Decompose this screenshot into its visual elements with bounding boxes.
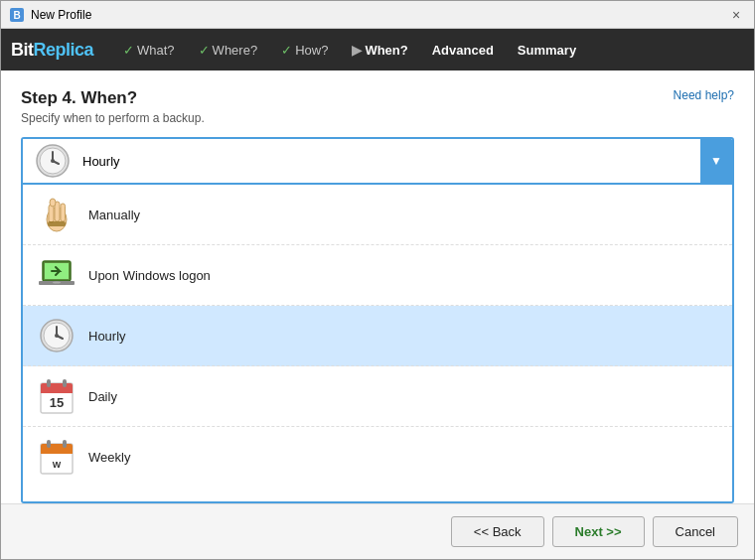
title-bar: B New Profile × <box>1 1 754 29</box>
brand-logo: BitReplica <box>11 40 93 61</box>
nav-label-how: How? <box>295 43 328 58</box>
nav-label-when: When? <box>365 43 407 58</box>
footer: << Back Next >> Cancel <box>1 503 754 559</box>
svg-rect-12 <box>48 221 66 226</box>
hand-icon <box>37 195 76 234</box>
dropdown-wrapper: Hourly ▼ <box>21 137 734 503</box>
svg-rect-32 <box>47 440 51 448</box>
svg-rect-8 <box>49 205 54 222</box>
dropdown-list: Manually <box>23 185 732 501</box>
nav-item-when[interactable]: ▶ When? <box>342 39 417 62</box>
nav-item-where[interactable]: ✓ Where? <box>189 39 268 62</box>
step-title: Step 4. When? <box>21 88 205 108</box>
step-header: Step 4. When? Specify when to perform a … <box>21 88 734 125</box>
brand-part2: Replica <box>34 40 94 60</box>
svg-rect-10 <box>61 204 66 221</box>
hourly-label: Hourly <box>88 329 126 344</box>
svg-rect-24 <box>41 389 73 393</box>
dropdown-chevron[interactable]: ▼ <box>700 139 732 183</box>
weekly-label: Weekly <box>88 450 130 465</box>
svg-rect-30 <box>41 450 73 454</box>
nav-items: ✓ What? ✓ Where? ✓ How? ▶ When? Advanced… <box>113 39 744 62</box>
next-button[interactable]: Next >> <box>552 516 645 547</box>
need-help-link[interactable]: Need help? <box>674 88 734 102</box>
dropdown-selected[interactable]: Hourly ▼ <box>23 139 732 185</box>
nav-label-advanced: Advanced <box>432 43 494 58</box>
content-area: Step 4. When? Specify when to perform a … <box>1 70 754 503</box>
svg-text:B: B <box>13 10 20 21</box>
dropdown-item-manually[interactable]: Manually <box>23 185 732 245</box>
svg-point-6 <box>51 159 55 163</box>
window-title: New Profile <box>31 8 726 22</box>
svg-rect-27 <box>63 379 67 387</box>
calendar-daily-icon: 15 <box>37 376 76 416</box>
nav-label-summary: Summary <box>518 43 576 58</box>
check-icon: ✓ <box>199 43 210 58</box>
svg-point-16 <box>53 282 61 284</box>
svg-rect-33 <box>63 440 67 448</box>
daily-label: Daily <box>88 389 117 404</box>
clock-icon <box>37 316 76 355</box>
calendar-weekly-icon: W <box>37 437 76 477</box>
dropdown-item-hourly[interactable]: Hourly <box>23 306 732 366</box>
svg-rect-26 <box>47 379 51 387</box>
nav-label-what: What? <box>137 43 175 58</box>
check-icon: ✓ <box>123 43 134 58</box>
nav-item-how[interactable]: ✓ How? <box>271 39 338 62</box>
cancel-button[interactable]: Cancel <box>653 516 738 547</box>
dropdown-selected-label: Hourly <box>82 154 120 169</box>
dropdown-item-windows-logon[interactable]: Upon Windows logon <box>23 245 732 306</box>
svg-text:15: 15 <box>50 395 64 410</box>
laptop-icon <box>37 255 76 295</box>
manually-label: Manually <box>88 208 140 222</box>
check-icon: ✓ <box>281 43 292 58</box>
nav-item-advanced[interactable]: Advanced <box>422 39 504 62</box>
nav-bar: BitReplica ✓ What? ✓ Where? ✓ How? ▶ Whe… <box>1 29 754 70</box>
nav-item-what[interactable]: ✓ What? <box>113 39 185 62</box>
close-button[interactable]: × <box>726 5 746 25</box>
dropdown-item-daily[interactable]: 15 Daily <box>23 366 732 427</box>
windows-logon-label: Upon Windows logon <box>88 268 211 283</box>
window: B New Profile × BitReplica ✓ What? ✓ Whe… <box>0 0 755 560</box>
svg-point-11 <box>50 199 56 207</box>
svg-point-21 <box>55 334 59 338</box>
app-icon: B <box>9 7 25 23</box>
back-button[interactable]: << Back <box>451 516 544 547</box>
nav-label-where: Where? <box>213 43 258 58</box>
step-info: Step 4. When? Specify when to perform a … <box>21 88 205 125</box>
dropdown-item-weekly[interactable]: W Weekly <box>23 427 732 487</box>
brand-part1: Bit <box>11 40 34 60</box>
arrow-icon: ▶ <box>352 43 362 58</box>
step-subtitle: Specify when to perform a backup. <box>21 111 205 125</box>
nav-item-summary[interactable]: Summary <box>508 39 586 62</box>
dropdown-container: Hourly ▼ <box>21 137 734 503</box>
selected-icon <box>33 141 73 181</box>
svg-text:W: W <box>53 460 62 470</box>
